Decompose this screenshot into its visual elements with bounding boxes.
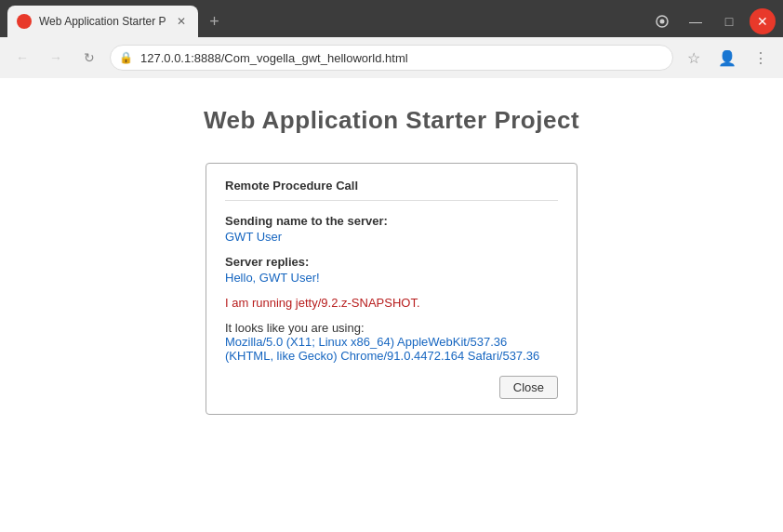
reload-button[interactable]: ↻ xyxy=(76,45,102,71)
address-bar: ← → ↻ 🔒 ☆ 👤 ⋮ xyxy=(0,37,783,78)
rpc-dialog: Remote Procedure Call Sending name to th… xyxy=(206,163,577,415)
page-title: Web Application Starter Project xyxy=(204,106,579,135)
minimize-button[interactable]: — xyxy=(683,8,709,34)
new-tab-button[interactable]: + xyxy=(202,8,228,34)
profile-icon[interactable]: 👤 xyxy=(714,45,740,71)
tab-bar: Web Application Starter P ✕ + — □ ✕ xyxy=(0,0,783,37)
dialog-title: Remote Procedure Call xyxy=(225,179,558,201)
extensions-icon[interactable] xyxy=(649,8,675,34)
sending-section: Sending name to the server: GWT User xyxy=(225,214,558,244)
sending-label: Sending name to the server: xyxy=(225,214,558,228)
tab-close-icon[interactable]: ✕ xyxy=(174,14,189,29)
jetty-line: I am running jetty/9.2.z-SNAPSHOT. xyxy=(225,296,558,310)
svg-point-1 xyxy=(660,20,665,24)
browser-section: It looks like you are using: Mozilla/5.0… xyxy=(225,321,558,363)
replies-section: Server replies: Hello, GWT User! xyxy=(225,255,558,285)
close-button[interactable]: Close xyxy=(499,376,558,399)
replies-label: Server replies: xyxy=(225,255,558,269)
dialog-footer: Close xyxy=(225,376,558,399)
url-bar[interactable]: 🔒 xyxy=(110,45,673,71)
browser-intro: It looks like you are using: xyxy=(225,321,558,335)
active-tab[interactable]: Web Application Starter P ✕ xyxy=(7,6,198,37)
forward-button[interactable]: → xyxy=(43,45,69,71)
sending-value: GWT User xyxy=(225,230,558,244)
maximize-button[interactable]: □ xyxy=(716,8,742,34)
replies-value: Hello, GWT User! xyxy=(225,271,558,285)
url-input[interactable] xyxy=(110,45,673,71)
menu-icon[interactable]: ⋮ xyxy=(748,45,774,71)
tab-favicon-icon xyxy=(17,14,32,29)
window-close-button[interactable]: ✕ xyxy=(750,8,776,34)
window-controls: — □ ✕ xyxy=(649,8,776,34)
page-content: Web Application Starter Project Remote P… xyxy=(0,78,783,532)
jetty-section: I am running jetty/9.2.z-SNAPSHOT. xyxy=(225,296,558,310)
back-button[interactable]: ← xyxy=(9,45,35,71)
lock-icon: 🔒 xyxy=(119,51,133,64)
tab-title: Web Application Starter P xyxy=(39,15,166,28)
bookmark-icon[interactable]: ☆ xyxy=(681,45,707,71)
browser-value: Mozilla/5.0 (X11; Linux x86_64) AppleWeb… xyxy=(225,335,558,363)
